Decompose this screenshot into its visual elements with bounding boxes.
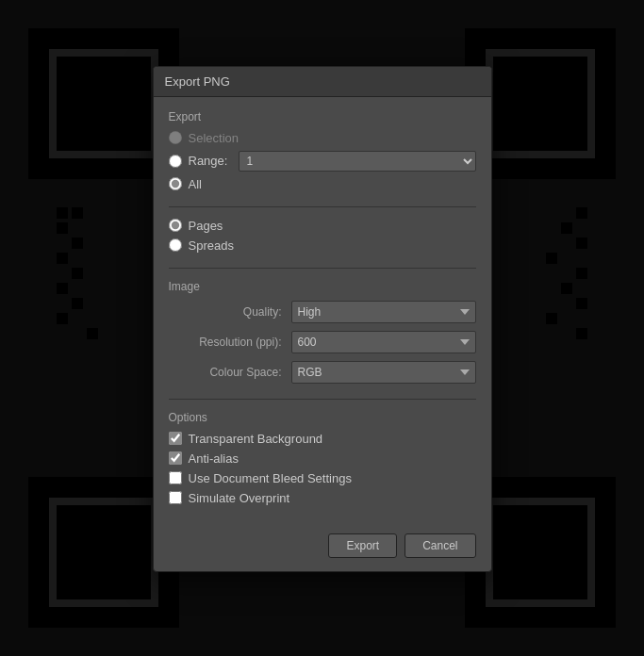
quality-row: Quality: Low Medium High Maximum: [169, 301, 476, 323]
cancel-button[interactable]: Cancel: [405, 533, 475, 558]
options-section: Options Transparent Background Anti-alia…: [169, 411, 476, 505]
export-button[interactable]: Export: [328, 533, 397, 558]
spreads-radio-row: Spreads: [169, 238, 476, 253]
spreads-radio[interactable]: [169, 238, 182, 252]
transparent-bg-label: Transparent Background: [189, 432, 323, 446]
dialog-footer: Export Cancel: [154, 524, 491, 571]
use-doc-bleed-label: Use Document Bleed Settings: [189, 471, 352, 485]
use-doc-bleed-row: Use Document Bleed Settings: [169, 471, 476, 485]
selection-label: Selection: [189, 131, 239, 145]
pages-radio-row: Pages: [169, 219, 476, 233]
all-radio[interactable]: [169, 177, 182, 190]
colour-space-select[interactable]: RGB CMYK Gray: [291, 361, 476, 384]
export-png-dialog: Export PNG Export Selection Range: 1 All: [153, 66, 492, 572]
anti-alias-checkbox[interactable]: [169, 451, 182, 465]
transparent-bg-checkbox[interactable]: [169, 432, 182, 445]
pages-radio[interactable]: [169, 219, 182, 232]
options-section-label: Options: [169, 411, 476, 424]
selection-radio-row: Selection: [169, 131, 476, 145]
export-section: Export Selection Range: 1 All: [169, 110, 476, 191]
simulate-overprint-checkbox[interactable]: [169, 491, 182, 504]
export-section-label: Export: [169, 110, 476, 123]
use-doc-bleed-checkbox[interactable]: [169, 471, 182, 484]
image-section: Image Quality: Low Medium High Maximum R…: [169, 280, 476, 384]
quality-select[interactable]: Low Medium High Maximum: [291, 301, 476, 323]
simulate-overprint-label: Simulate Overprint: [189, 491, 290, 505]
pages-label: Pages: [189, 219, 223, 233]
simulate-overprint-row: Simulate Overprint: [169, 491, 476, 505]
spreads-label: Spreads: [189, 238, 234, 253]
colour-space-label: Colour Space:: [169, 366, 291, 379]
selection-radio[interactable]: [169, 131, 182, 144]
resolution-select[interactable]: 72 96 150 300 600: [291, 331, 476, 353]
anti-alias-label: Anti-alias: [189, 451, 239, 466]
image-section-label: Image: [169, 280, 476, 293]
range-radio-row: Range: 1: [169, 151, 476, 172]
quality-label: Quality:: [169, 305, 291, 319]
resolution-row: Resolution (ppi): 72 96 150 300 600: [169, 331, 476, 353]
colour-space-row: Colour Space: RGB CMYK Gray: [169, 361, 476, 384]
dialog-title: Export PNG: [154, 67, 491, 97]
resolution-label: Resolution (ppi):: [169, 336, 291, 349]
range-radio[interactable]: [169, 155, 182, 168]
anti-alias-row: Anti-alias: [169, 451, 476, 466]
pages-section: Pages Spreads: [169, 219, 476, 253]
range-select[interactable]: 1: [239, 151, 476, 172]
transparent-bg-row: Transparent Background: [169, 432, 476, 446]
all-radio-row: All: [169, 177, 476, 191]
range-label: Range:: [189, 154, 232, 168]
all-label: All: [189, 177, 202, 191]
